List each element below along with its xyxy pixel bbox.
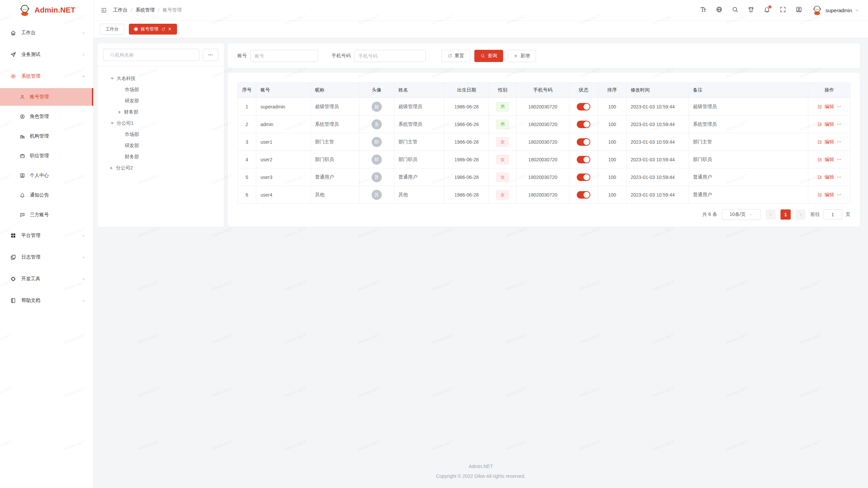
cell-phone: 18020030720 (516, 98, 569, 116)
collapse-menu-icon[interactable] (100, 7, 107, 14)
edit-icon[interactable] (817, 192, 822, 197)
edit-icon[interactable] (817, 104, 822, 109)
sidebar-subitem-2-5[interactable]: 通知公告 (0, 186, 93, 204)
caret-down-icon[interactable] (111, 122, 114, 124)
breadcrumb-item[interactable]: 工作台 (113, 7, 127, 13)
sidebar-item-5[interactable]: 开发工具 (0, 269, 93, 289)
cell-birth-date: 1986-06-28 (444, 98, 489, 116)
chevron-down-icon (855, 8, 859, 13)
language-button[interactable] (716, 6, 723, 14)
chevron-up-icon (81, 74, 86, 79)
edit-button[interactable]: 编辑 (825, 121, 834, 127)
app-root: Admin.NET 工作台业务测试系统管理账号管理角色管理机构管理职位管理个人中… (0, 0, 868, 488)
edit-icon[interactable] (817, 139, 822, 144)
sidebar-subitem-2-4[interactable]: 个人中心 (0, 167, 93, 184)
page-size-select[interactable]: 10条/页 (722, 209, 761, 220)
sidebar-subitem-2-2[interactable]: 机构管理 (0, 127, 93, 145)
more-actions-icon[interactable] (836, 175, 842, 180)
sidebar-subitem-label: 通知公告 (30, 192, 49, 198)
notification-button[interactable] (764, 6, 770, 14)
tree-node-5[interactable]: 市场部 (103, 129, 218, 140)
page-button-current[interactable]: 1 (781, 209, 791, 220)
tree-node-label: 研发部 (125, 98, 139, 104)
edit-button[interactable]: 编辑 (825, 104, 834, 110)
next-page-button[interactable] (795, 209, 806, 220)
edit-button[interactable]: 编辑 (825, 139, 834, 145)
tree-node-label: 分公司1 (117, 120, 134, 126)
goto-unit-label: 页 (846, 211, 850, 218)
tree-node-2[interactable]: 研发部 (103, 95, 218, 106)
status-toggle[interactable] (577, 103, 590, 110)
tree-node-1[interactable]: 市场部 (103, 84, 218, 95)
status-toggle[interactable] (577, 138, 590, 146)
search-button[interactable] (732, 6, 738, 14)
more-actions-icon[interactable] (836, 104, 842, 109)
chevron-right-icon (798, 212, 803, 217)
more-actions-icon[interactable] (836, 139, 842, 144)
status-toggle[interactable] (577, 121, 590, 128)
reset-button[interactable]: 重置 (441, 50, 470, 62)
status-toggle[interactable] (577, 174, 590, 181)
add-button[interactable]: 新增 (507, 50, 536, 62)
phone-input[interactable] (354, 50, 426, 62)
edit-icon[interactable] (817, 175, 822, 180)
status-toggle[interactable] (577, 191, 590, 199)
profile-button[interactable] (795, 6, 802, 14)
cell-remark: 普通用户 (689, 186, 808, 204)
edit-button[interactable]: 编辑 (825, 157, 834, 163)
prev-page-button[interactable] (766, 209, 776, 220)
cell-nickname: 其他 (311, 186, 359, 204)
account-input[interactable] (250, 50, 318, 62)
sidebar-item-label: 工作台 (21, 30, 36, 36)
sidebar-item-1[interactable]: 业务测试 (0, 45, 93, 64)
column-header: 操作 (808, 83, 850, 98)
sidebar-subitem-2-3[interactable]: 职位管理 (0, 147, 93, 165)
sidebar-subitem-2-6[interactable]: 三方账号 (0, 206, 93, 224)
tree-node-7[interactable]: 财务部 (103, 151, 218, 162)
tab-0[interactable]: 工作台 (100, 24, 124, 35)
edit-button[interactable]: 编辑 (825, 192, 834, 198)
tree-node-3[interactable]: 财务部 (103, 106, 218, 118)
user-menu[interactable]: superadmin (811, 4, 859, 16)
cell-birth-date: 1986-06-28 (444, 168, 489, 186)
edit-icon[interactable] (817, 122, 822, 127)
sidebar-item-0[interactable]: 工作台 (0, 23, 93, 43)
tree-node-6[interactable]: 研发部 (103, 140, 218, 151)
org-search-input[interactable] (103, 49, 199, 61)
cell-account: user3 (256, 168, 311, 186)
cell-order: 100 (598, 186, 626, 204)
cell-phone: 18020030720 (516, 151, 569, 168)
tab-refresh-icon[interactable] (161, 27, 165, 32)
tree-node-8[interactable]: 分公司2 (103, 162, 218, 174)
status-toggle[interactable] (577, 156, 590, 163)
tree-node-4[interactable]: 分公司1 (103, 118, 218, 129)
caret-right-icon[interactable] (119, 110, 121, 114)
language-icon (716, 6, 723, 13)
sidebar-subitem-2-1[interactable]: 角色管理 (0, 108, 93, 125)
query-button[interactable]: 查询 (474, 50, 503, 62)
more-actions-icon[interactable] (836, 192, 842, 197)
sidebar-item-4[interactable]: 日志管理 (0, 247, 93, 267)
more-actions-icon[interactable] (836, 157, 842, 162)
tab-close-icon[interactable]: × (168, 26, 171, 32)
fullscreen-button[interactable] (780, 6, 786, 14)
logo-text: Admin.NET (35, 6, 75, 15)
tab-1[interactable]: 账号管理× (129, 24, 177, 35)
tree-node-0[interactable]: 大名科技 (103, 73, 218, 84)
caret-down-icon[interactable] (111, 78, 114, 80)
more-actions-icon[interactable] (836, 122, 842, 127)
caret-right-icon[interactable] (111, 166, 113, 170)
theme-button[interactable] (748, 6, 754, 14)
font-size-button[interactable] (700, 6, 707, 14)
breadcrumb-item[interactable]: 系统管理 (136, 7, 155, 13)
org-more-button[interactable] (203, 49, 218, 61)
goto-page-input[interactable] (823, 209, 842, 220)
edit-icon[interactable] (817, 157, 822, 162)
sidebar-item-6[interactable]: 帮助文档 (0, 291, 93, 310)
sidebar-item-3[interactable]: 平台管理 (0, 226, 93, 245)
sidebar-subitem-2-0[interactable]: 账号管理 (0, 88, 93, 106)
search-icon (110, 53, 115, 58)
sidebar-item-2[interactable]: 系统管理 (0, 66, 93, 86)
cell-phone: 18020030720 (516, 116, 569, 133)
edit-button[interactable]: 编辑 (825, 174, 834, 180)
